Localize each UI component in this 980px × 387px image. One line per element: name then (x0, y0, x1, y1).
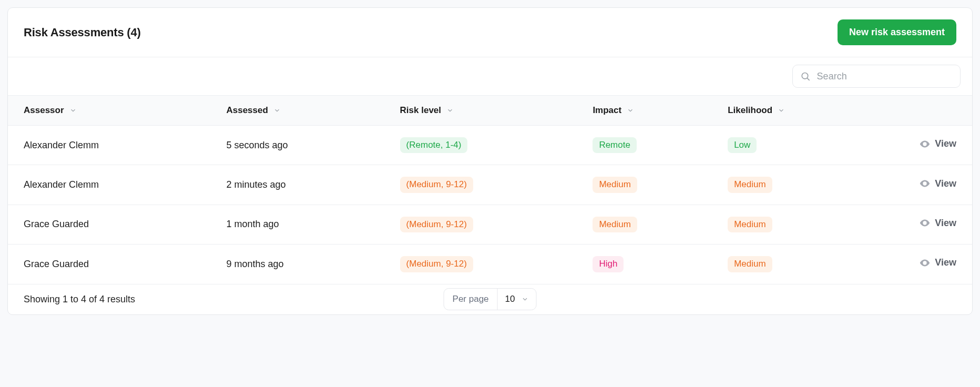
column-label: Impact (593, 105, 621, 116)
risk-level-badge: (Remote, 1-4) (400, 137, 468, 153)
risk-assessments-card: Risk Assessments (4) New risk assessment… (7, 7, 973, 315)
per-page-control: Per page 10 (444, 288, 537, 310)
cell-impact: High (586, 245, 721, 284)
cell-assessor: Alexander Clemm (8, 165, 220, 205)
table-row: Grace Guarded9 months ago(Medium, 9-12)H… (8, 245, 972, 284)
cell-action: View (876, 245, 972, 284)
likelihood-badge: Medium (728, 217, 772, 232)
eye-icon (919, 217, 931, 229)
likelihood-badge: Low (728, 137, 757, 153)
chevron-down-icon (69, 107, 77, 114)
cell-risk-level: (Medium, 9-12) (394, 165, 587, 205)
cell-assessor: Grace Guarded (8, 205, 220, 244)
view-link[interactable]: View (919, 178, 956, 189)
column-label: Risk level (400, 105, 441, 116)
cell-action: View (876, 126, 972, 165)
table-row: Grace Guarded1 month ago(Medium, 9-12)Me… (8, 205, 972, 244)
cell-likelihood: Medium (721, 205, 875, 244)
impact-badge: Medium (593, 177, 637, 192)
cell-risk-level: (Remote, 1-4) (394, 126, 587, 165)
column-header-impact[interactable]: Impact (593, 105, 634, 116)
cell-action: View (876, 165, 972, 205)
per-page-value: 10 (505, 294, 515, 304)
chevron-down-icon (446, 107, 454, 114)
risk-level-badge: (Medium, 9-12) (400, 256, 473, 272)
table-row: Alexander Clemm5 seconds ago(Remote, 1-4… (8, 126, 972, 165)
cell-impact: Medium (586, 205, 721, 244)
risk-level-badge: (Medium, 9-12) (400, 217, 473, 232)
cell-action: View (876, 205, 972, 244)
risk-assessments-table: Assessor Assessed Risk level (8, 95, 972, 284)
column-label: Assessed (226, 105, 268, 116)
chevron-down-icon (627, 107, 634, 114)
cell-risk-level: (Medium, 9-12) (394, 245, 587, 284)
search-icon (800, 70, 811, 82)
cell-impact: Medium (586, 165, 721, 205)
eye-icon (919, 257, 931, 269)
column-label: Assessor (24, 105, 64, 116)
card-header: Risk Assessments (4) New risk assessment (8, 8, 972, 57)
page-title: Risk Assessments (4) (24, 26, 141, 39)
view-label: View (935, 257, 956, 268)
search-row (8, 57, 972, 95)
column-label: Likelihood (728, 105, 772, 116)
svg-line-1 (808, 78, 810, 80)
cell-assessor: Grace Guarded (8, 245, 220, 284)
results-count: Showing 1 to 4 of 4 results (24, 294, 135, 305)
impact-badge: High (593, 256, 624, 272)
impact-badge: Medium (593, 217, 637, 232)
view-link[interactable]: View (919, 257, 956, 269)
table-footer: Showing 1 to 4 of 4 results Per page 10 (8, 284, 972, 314)
eye-icon (919, 178, 931, 189)
view-link[interactable]: View (919, 138, 956, 150)
cell-likelihood: Medium (721, 245, 875, 284)
chevron-down-icon (521, 296, 528, 303)
column-header-likelihood[interactable]: Likelihood (728, 105, 785, 116)
column-header-risk-level[interactable]: Risk level (400, 105, 454, 116)
impact-badge: Remote (593, 137, 637, 153)
per-page-label: Per page (444, 289, 497, 310)
chevron-down-icon (273, 107, 281, 114)
cell-assessor: Alexander Clemm (8, 126, 220, 165)
cell-risk-level: (Medium, 9-12) (394, 205, 587, 244)
cell-likelihood: Low (721, 126, 875, 165)
view-label: View (935, 218, 956, 229)
per-page-select[interactable]: 10 (497, 289, 536, 310)
cell-assessed: 9 months ago (220, 245, 393, 284)
view-label: View (935, 138, 956, 149)
new-risk-assessment-button[interactable]: New risk assessment (838, 19, 956, 45)
likelihood-badge: Medium (728, 256, 772, 272)
column-header-assessed[interactable]: Assessed (226, 105, 280, 116)
svg-point-0 (802, 73, 808, 78)
table-row: Alexander Clemm2 minutes ago(Medium, 9-1… (8, 165, 972, 205)
cell-assessed: 1 month ago (220, 205, 393, 244)
cell-assessed: 2 minutes ago (220, 165, 393, 205)
risk-level-badge: (Medium, 9-12) (400, 177, 473, 192)
chevron-down-icon (778, 107, 785, 114)
view-link[interactable]: View (919, 217, 956, 229)
cell-assessed: 5 seconds ago (220, 126, 393, 165)
likelihood-badge: Medium (728, 177, 772, 192)
view-label: View (935, 178, 956, 189)
cell-impact: Remote (586, 126, 721, 165)
search-input[interactable] (817, 71, 953, 82)
column-header-assessor[interactable]: Assessor (24, 105, 77, 116)
search-field[interactable] (792, 65, 961, 88)
eye-icon (919, 138, 931, 150)
cell-likelihood: Medium (721, 165, 875, 205)
